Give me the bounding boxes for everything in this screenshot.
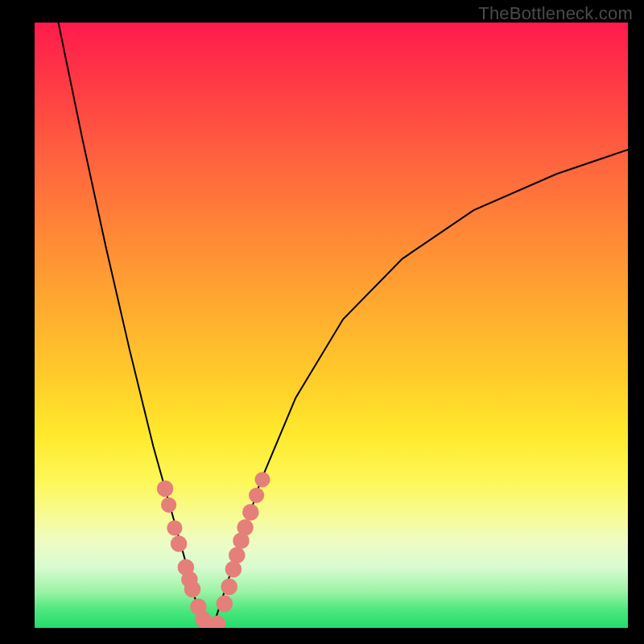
- bottleneck-curve: [59, 23, 629, 628]
- marker-dot: [221, 579, 237, 596]
- marker-dot: [225, 561, 242, 578]
- marker-dot: [229, 547, 246, 564]
- plot-area: [35, 23, 628, 628]
- curve-layer: [35, 23, 628, 628]
- marker-dot: [184, 581, 201, 598]
- chart-frame: TheBottleneck.com: [0, 0, 644, 644]
- marker-dot: [171, 535, 188, 552]
- marker-group: [157, 472, 270, 628]
- marker-dot: [217, 596, 233, 613]
- watermark-text: TheBottleneck.com: [478, 3, 633, 24]
- marker-dot: [157, 481, 174, 497]
- marker-dot: [254, 472, 270, 487]
- marker-dot: [249, 488, 264, 503]
- marker-dot: [242, 504, 259, 521]
- marker-dot: [161, 497, 176, 513]
- marker-dot: [209, 615, 226, 628]
- marker-dot: [167, 520, 182, 535]
- marker-dot: [237, 519, 254, 536]
